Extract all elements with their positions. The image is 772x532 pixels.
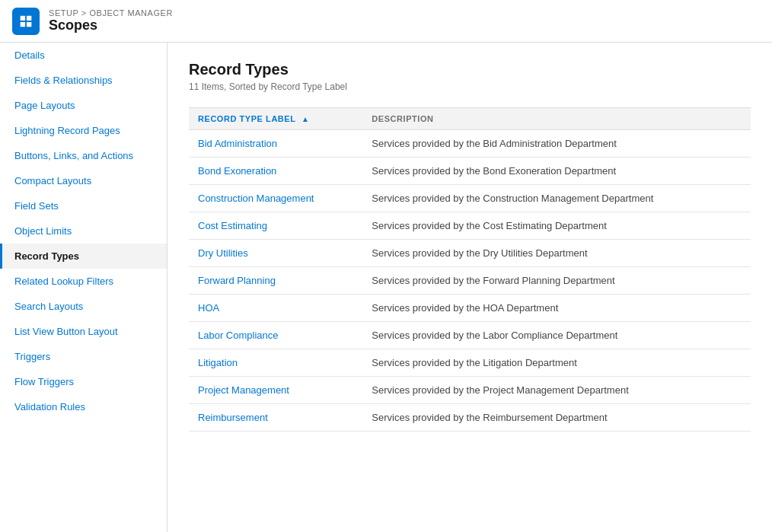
- record-type-link-forward-planning[interactable]: Forward Planning: [198, 275, 276, 286]
- description-cell: Services provided by the Labor Complianc…: [362, 322, 751, 349]
- table-row: Forward PlanningServices provided by the…: [189, 267, 751, 295]
- description-cell: Services provided by the HOA Department: [362, 295, 751, 322]
- page-header-title: Scopes: [49, 18, 173, 33]
- table-row: HOAServices provided by the HOA Departme…: [189, 295, 751, 322]
- record-type-label-cell: Bond Exoneration: [189, 158, 362, 185]
- breadcrumb-setup[interactable]: SETUP: [49, 8, 78, 18]
- col-record-type-label: RECORD TYPE LABEL ▲: [189, 108, 362, 130]
- record-type-label-cell: Project Management: [189, 377, 362, 404]
- breadcrumb: SETUP > OBJECT MANAGER: [49, 8, 173, 18]
- description-cell: Services provided by the Bid Administrat…: [362, 130, 751, 158]
- description-cell: Services provided by the Construction Ma…: [362, 185, 751, 212]
- sidebar-item-details[interactable]: Details: [0, 43, 167, 68]
- table-row: Construction ManagementServices provided…: [189, 185, 751, 212]
- record-type-label-cell: Bid Administration: [189, 130, 362, 158]
- description-cell: Services provided by the Dry Utilities D…: [362, 240, 751, 267]
- table-row: LitigationServices provided by the Litig…: [189, 349, 751, 377]
- description-cell: Services provided by the Bond Exoneratio…: [362, 158, 751, 185]
- app-icon: [12, 8, 40, 35]
- table-row: Cost EstimatingServices provided by the …: [189, 212, 751, 240]
- sidebar-item-record-types[interactable]: Record Types: [0, 244, 167, 269]
- sidebar: DetailsFields & RelationshipsPage Layout…: [0, 43, 167, 532]
- record-type-link-dry-utilities[interactable]: Dry Utilities: [198, 247, 248, 259]
- record-type-link-bid-administration[interactable]: Bid Administration: [198, 138, 277, 149]
- sidebar-item-lightning-record-pages[interactable]: Lightning Record Pages: [0, 118, 167, 143]
- app-header: SETUP > OBJECT MANAGER Scopes: [0, 0, 772, 43]
- sidebar-item-search-layouts[interactable]: Search Layouts: [0, 294, 167, 319]
- description-cell: Services provided by the Reimbursement D…: [362, 404, 751, 432]
- main-layout: DetailsFields & RelationshipsPage Layout…: [0, 43, 772, 532]
- sidebar-item-compact-layouts[interactable]: Compact Layouts: [0, 168, 167, 193]
- sidebar-item-page-layouts[interactable]: Page Layouts: [0, 93, 167, 118]
- description-cell: Services provided by the Cost Estimating…: [362, 212, 751, 240]
- sidebar-item-flow-triggers[interactable]: Flow Triggers: [0, 369, 167, 394]
- breadcrumb-object-manager[interactable]: OBJECT MANAGER: [89, 8, 173, 18]
- table-row: ReimbursementServices provided by the Re…: [189, 404, 751, 432]
- record-type-link-labor-compliance[interactable]: Labor Compliance: [198, 330, 279, 341]
- col-description: DESCRIPTION: [362, 108, 751, 130]
- table-row: Project ManagementServices provided by t…: [189, 377, 751, 404]
- record-type-link-bond-exoneration[interactable]: Bond Exoneration: [198, 165, 276, 177]
- sidebar-item-related-lookup-filters[interactable]: Related Lookup Filters: [0, 269, 167, 294]
- page-subtitle: 11 Items, Sorted by Record Type Label: [189, 81, 751, 92]
- description-cell: Services provided by the Litigation Depa…: [362, 349, 751, 377]
- sidebar-item-triggers[interactable]: Triggers: [0, 344, 167, 369]
- record-type-label-cell: Labor Compliance: [189, 322, 362, 349]
- record-type-link-hoa[interactable]: HOA: [198, 302, 219, 314]
- table-header: RECORD TYPE LABEL ▲ DESCRIPTION: [189, 108, 751, 130]
- record-type-link-litigation[interactable]: Litigation: [198, 357, 238, 368]
- record-type-label-cell: Litigation: [189, 349, 362, 377]
- sidebar-item-object-limits[interactable]: Object Limits: [0, 218, 167, 244]
- table-header-row: RECORD TYPE LABEL ▲ DESCRIPTION: [189, 108, 751, 130]
- table-row: Labor ComplianceServices provided by the…: [189, 322, 751, 349]
- record-type-label-cell: Forward Planning: [189, 267, 362, 295]
- record-type-label-cell: Reimbursement: [189, 404, 362, 432]
- sidebar-item-list-view-button-layout[interactable]: List View Button Layout: [0, 319, 167, 344]
- main-content: Record Types 11 Items, Sorted by Record …: [167, 43, 772, 532]
- breadcrumb-separator: >: [78, 8, 89, 18]
- description-cell: Services provided by the Forward Plannin…: [362, 267, 751, 295]
- record-types-table: RECORD TYPE LABEL ▲ DESCRIPTION Bid Admi…: [189, 107, 751, 432]
- sidebar-item-buttons-links-actions[interactable]: Buttons, Links, and Actions: [0, 143, 167, 168]
- sidebar-item-validation-rules[interactable]: Validation Rules: [0, 394, 167, 419]
- record-type-label-cell: Construction Management: [189, 185, 362, 212]
- sidebar-item-field-sets[interactable]: Field Sets: [0, 193, 167, 218]
- table-body: Bid AdministrationServices provided by t…: [189, 130, 751, 432]
- table-row: Bond ExonerationServices provided by the…: [189, 158, 751, 185]
- record-type-label-cell: HOA: [189, 295, 362, 322]
- page-title: Record Types: [189, 61, 751, 78]
- record-type-label-cell: Cost Estimating: [189, 212, 362, 240]
- record-type-link-construction-management[interactable]: Construction Management: [198, 193, 314, 204]
- record-type-label-cell: Dry Utilities: [189, 240, 362, 267]
- record-type-link-cost-estimating[interactable]: Cost Estimating: [198, 220, 267, 231]
- description-cell: Services provided by the Project Managem…: [362, 377, 751, 404]
- header-text: SETUP > OBJECT MANAGER Scopes: [49, 8, 173, 33]
- sidebar-item-fields-relationships[interactable]: Fields & Relationships: [0, 68, 167, 93]
- record-type-link-project-management[interactable]: Project Management: [198, 384, 289, 396]
- sort-arrow-icon: ▲: [301, 115, 309, 123]
- table-row: Dry UtilitiesServices provided by the Dr…: [189, 240, 751, 267]
- record-type-link-reimbursement[interactable]: Reimbursement: [198, 412, 268, 423]
- table-row: Bid AdministrationServices provided by t…: [189, 130, 751, 158]
